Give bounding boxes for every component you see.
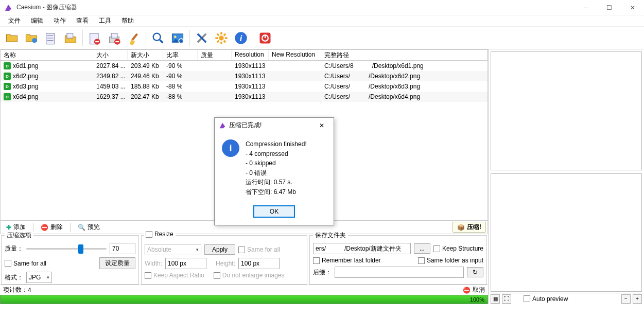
suffix-reset-button[interactable]: ↻	[467, 267, 483, 277]
table-header: 名称 大小 新大小 比率 质量 Resolution New Resolutio…	[0, 49, 488, 61]
dialog-title: 压缩已完成!	[229, 121, 314, 130]
cancel-button[interactable]: ⛔取消	[463, 286, 485, 294]
app-icon	[4, 4, 12, 12]
col-resolution[interactable]: Resolution	[232, 50, 269, 60]
menu-help[interactable]: 帮助	[116, 15, 139, 26]
list-add-icon[interactable]	[42, 29, 60, 47]
file-type-icon: D	[4, 62, 11, 69]
svg-text:i: i	[240, 33, 242, 42]
status-bar: 项计数：4 ⛔取消	[0, 285, 488, 295]
table-row[interactable]: Dx6d3.png 1459.03 ... 185.88 Kb -88 % 19…	[1, 81, 488, 92]
cancel-icon: ⛔	[463, 287, 471, 294]
compress-options: 压缩选项 质量： Same for all 设定质量 格式： JPG	[1, 235, 139, 285]
zoom-icon: 🔍	[78, 224, 85, 231]
save-folder-options: 保存文件夹 ... Keep Structure Remember last f…	[309, 235, 487, 285]
preview-button[interactable]: 🔍预览	[74, 222, 104, 233]
menu-view[interactable]: 查看	[71, 15, 94, 26]
col-size[interactable]: 大小	[93, 50, 128, 60]
set-quality-button[interactable]: 设定质量	[99, 257, 135, 269]
clear-icon[interactable]	[125, 29, 143, 47]
svg-point-7	[153, 33, 161, 40]
resize-apply-button: Apply	[204, 244, 235, 255]
svg-point-9	[174, 36, 177, 38]
close-button[interactable]: ✕	[621, 0, 644, 15]
info-icon: i	[222, 139, 239, 157]
menu-action[interactable]: 动作	[48, 15, 71, 26]
quality-label: 质量：	[5, 244, 23, 253]
table-row[interactable]: Dx6d1.png 2027.84 ... 203.49 Kb -90 % 19…	[1, 61, 488, 71]
file-type-icon: D	[4, 73, 11, 80]
gear-icon[interactable]	[213, 29, 230, 47]
settings-icon[interactable]	[193, 29, 211, 47]
table-row[interactable]: Dx6d2.png 2349.82 ... 249.46 Kb -90 % 19…	[1, 71, 488, 81]
auto-preview-checkbox[interactable]: Auto preview	[524, 295, 568, 303]
table-row[interactable]: Dx6d4.png 1629.37 ... 202.47 Kb -88 % 19…	[1, 92, 488, 102]
col-ratio[interactable]: 比率	[163, 50, 198, 60]
dialog-message: Compression finished!- 4 compressed- 0 s…	[246, 139, 307, 197]
suffix-input[interactable]	[335, 267, 464, 278]
compress-button[interactable]: 📦压缩!	[452, 222, 486, 233]
preview-pane: ▦ ⛶ Auto preview − +	[488, 49, 644, 304]
quality-slider[interactable]	[26, 248, 107, 250]
remove-output-icon[interactable]	[106, 29, 123, 47]
menu-bar: 文件 编辑 动作 查看 工具 帮助	[0, 15, 644, 27]
delete-button[interactable]: ⛔删除	[37, 222, 67, 233]
same-folder-checkbox[interactable]: Same folder as input	[418, 257, 483, 264]
maximize-button[interactable]: ☐	[598, 0, 621, 15]
open-file-icon[interactable]	[3, 29, 21, 47]
power-icon[interactable]	[256, 29, 274, 47]
svg-rect-2	[67, 33, 73, 38]
svg-rect-1	[46, 33, 55, 44]
file-type-icon: D	[4, 93, 11, 100]
menu-file[interactable]: 文件	[3, 15, 26, 26]
keep-aspect-checkbox: Keep Aspect Ratio	[145, 272, 204, 279]
col-newres[interactable]: New Resolution	[269, 50, 321, 60]
resize-options: Resize Absolute Apply Same for all Width…	[141, 235, 307, 285]
col-name[interactable]: 名称	[1, 50, 93, 60]
save-list-icon[interactable]	[62, 29, 79, 47]
col-path[interactable]: 完整路径	[321, 50, 488, 60]
open-folder-icon[interactable]	[23, 29, 40, 47]
resize-same-checkbox: Same for all	[238, 246, 280, 253]
format-select[interactable]: JPG	[26, 272, 52, 283]
dialog-app-icon	[219, 122, 226, 129]
resize-mode-select: Absolute	[145, 244, 201, 255]
app-title: Caesium - 图像压缩器	[16, 3, 575, 12]
svg-point-0	[32, 38, 37, 43]
suffix-label: 后缀：	[313, 268, 332, 277]
progress-bar: 100%	[0, 295, 488, 304]
no-enlarge-checkbox: Do not enlarge images	[214, 272, 285, 279]
same-for-all-checkbox[interactable]: Same for all	[5, 260, 46, 267]
file-type-icon: D	[4, 83, 11, 90]
quality-input[interactable]	[110, 243, 135, 254]
svg-rect-5	[111, 33, 117, 38]
browse-button[interactable]: ...	[414, 243, 430, 254]
menu-tools[interactable]: 工具	[94, 15, 116, 26]
resize-checkbox[interactable]: Resize	[146, 231, 173, 238]
zoom-icon[interactable]	[149, 29, 167, 47]
keep-structure-checkbox[interactable]: Keep Structure	[433, 245, 483, 252]
plus-icon: ✚	[6, 224, 11, 231]
grid-icon[interactable]: ▦	[491, 294, 500, 304]
forbidden-icon: ⛔	[41, 224, 48, 231]
dialog-ok-button[interactable]: OK	[253, 205, 295, 218]
image-preview-icon[interactable]	[169, 29, 186, 47]
col-newsize[interactable]: 新大小	[128, 50, 163, 60]
fit-icon[interactable]: ⛶	[502, 294, 511, 304]
preview-original	[491, 51, 642, 170]
zoom-in-icon[interactable]: +	[633, 294, 642, 304]
info-icon[interactable]: i	[232, 29, 250, 47]
minimize-button[interactable]: ─	[575, 0, 598, 15]
dialog-close-button[interactable]: ✕	[314, 122, 329, 129]
remove-item-icon[interactable]	[86, 29, 103, 47]
output-path-input[interactable]	[313, 243, 411, 254]
svg-point-11	[219, 36, 223, 40]
toolbar: i	[0, 27, 644, 49]
menu-edit[interactable]: 编辑	[26, 15, 48, 26]
width-input	[165, 258, 206, 269]
completion-dialog: 压缩已完成! ✕ i Compression finished!- 4 comp…	[214, 117, 334, 225]
compress-icon: 📦	[457, 224, 465, 231]
remember-folder-checkbox[interactable]: Remember last folder	[313, 257, 381, 264]
col-quality[interactable]: 质量	[198, 50, 232, 60]
zoom-out-icon[interactable]: −	[621, 294, 631, 304]
